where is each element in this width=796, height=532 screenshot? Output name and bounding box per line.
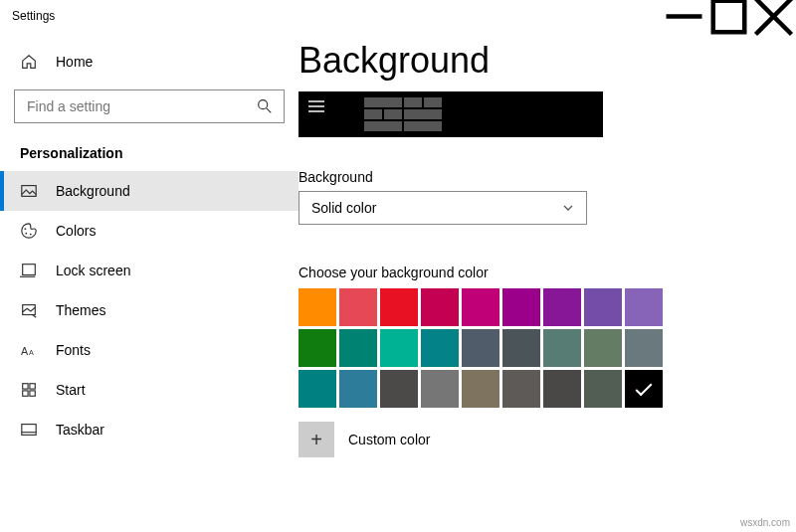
background-dropdown[interactable]: Solid color	[298, 191, 587, 225]
picture-icon	[20, 182, 38, 200]
color-swatch[interactable]	[380, 370, 418, 408]
lock-screen-icon	[20, 262, 38, 279]
background-dropdown-label: Background	[298, 169, 766, 185]
window-title: Settings	[12, 9, 55, 23]
color-swatch[interactable]	[584, 370, 622, 408]
svg-rect-18	[30, 391, 35, 396]
background-preview	[298, 91, 603, 137]
color-swatch[interactable]	[502, 329, 540, 367]
color-swatch[interactable]	[462, 329, 499, 367]
themes-icon	[20, 301, 38, 319]
svg-rect-19	[22, 425, 36, 436]
color-swatch[interactable]	[380, 329, 418, 367]
color-swatch[interactable]	[298, 329, 336, 367]
preview-tiles	[364, 97, 442, 131]
color-swatch[interactable]	[421, 370, 459, 408]
sidebar-item-label: Background	[56, 183, 130, 199]
svg-point-9	[30, 234, 32, 236]
plus-icon: +	[310, 429, 322, 451]
sidebar-item-label: Colors	[56, 223, 96, 239]
start-icon	[20, 381, 38, 399]
color-swatch[interactable]	[502, 288, 540, 326]
color-swatch[interactable]	[339, 288, 377, 326]
svg-rect-17	[23, 391, 28, 396]
color-swatch[interactable]	[543, 288, 581, 326]
home-icon	[20, 53, 38, 71]
svg-text:A: A	[29, 348, 34, 357]
background-dropdown-value: Solid color	[311, 200, 376, 216]
svg-point-8	[25, 233, 27, 235]
sidebar-section-heading: Personalization	[0, 131, 298, 171]
palette-icon	[20, 222, 38, 240]
color-swatch[interactable]	[625, 329, 663, 367]
color-swatch[interactable]	[462, 288, 499, 326]
color-swatch[interactable]	[625, 370, 663, 408]
custom-color-label: Custom color	[348, 432, 430, 447]
color-swatch-grid	[298, 288, 766, 408]
color-swatch[interactable]	[298, 288, 336, 326]
close-button[interactable]	[751, 0, 796, 32]
color-swatch[interactable]	[584, 288, 622, 326]
main-panel: Background Background Solid color Choose…	[298, 32, 796, 532]
page-title: Background	[298, 40, 766, 82]
search-icon	[256, 97, 274, 115]
preview-menu-icon	[308, 97, 324, 115]
search-input[interactable]	[14, 89, 285, 123]
color-swatch[interactable]	[625, 288, 663, 326]
sidebar-home[interactable]: Home	[0, 42, 298, 82]
custom-color-button[interactable]: +	[298, 422, 334, 457]
color-swatch[interactable]	[543, 370, 581, 408]
svg-rect-6	[22, 186, 36, 197]
svg-rect-16	[30, 384, 35, 389]
fonts-icon: AA	[20, 341, 38, 359]
sidebar-item-label: Start	[56, 382, 86, 398]
sidebar-item-label: Taskbar	[56, 422, 104, 438]
svg-point-4	[259, 100, 268, 109]
color-swatch[interactable]	[421, 329, 459, 367]
svg-point-7	[25, 228, 27, 230]
color-swatch[interactable]	[339, 370, 377, 408]
color-swatch[interactable]	[298, 370, 336, 408]
sidebar-item-label: Fonts	[56, 342, 91, 358]
sidebar-item-fonts[interactable]: AA Fonts	[0, 330, 298, 370]
watermark: wsxdn.com	[740, 517, 790, 528]
sidebar-item-label: Themes	[56, 302, 106, 318]
sidebar-item-lock-screen[interactable]: Lock screen	[0, 251, 298, 290]
sidebar-item-taskbar[interactable]: Taskbar	[0, 410, 298, 449]
color-swatch[interactable]	[339, 329, 377, 367]
color-swatch[interactable]	[502, 370, 540, 408]
taskbar-icon	[20, 421, 38, 439]
search-field[interactable]	[25, 97, 256, 115]
sidebar-item-label: Lock screen	[56, 263, 130, 278]
svg-line-5	[267, 108, 272, 113]
svg-rect-10	[23, 265, 36, 275]
svg-rect-1	[713, 0, 745, 32]
window-controls	[662, 0, 796, 32]
sidebar-item-themes[interactable]: Themes	[0, 290, 298, 330]
minimize-button[interactable]	[662, 0, 706, 32]
checkmark-icon	[636, 379, 653, 396]
choose-color-label: Choose your background color	[298, 265, 766, 280]
sidebar-item-background[interactable]: Background	[0, 171, 298, 211]
sidebar-home-label: Home	[56, 54, 93, 70]
color-swatch[interactable]	[462, 370, 499, 408]
chevron-down-icon	[562, 202, 574, 214]
sidebar: Home Personalization Background Colors	[0, 32, 298, 532]
svg-text:A: A	[21, 345, 29, 357]
maximize-button[interactable]	[706, 0, 751, 32]
svg-rect-15	[23, 384, 28, 389]
sidebar-item-start[interactable]: Start	[0, 370, 298, 410]
color-swatch[interactable]	[421, 288, 459, 326]
color-swatch[interactable]	[584, 329, 622, 367]
color-swatch[interactable]	[380, 288, 418, 326]
color-swatch[interactable]	[543, 329, 581, 367]
sidebar-item-colors[interactable]: Colors	[0, 211, 298, 251]
